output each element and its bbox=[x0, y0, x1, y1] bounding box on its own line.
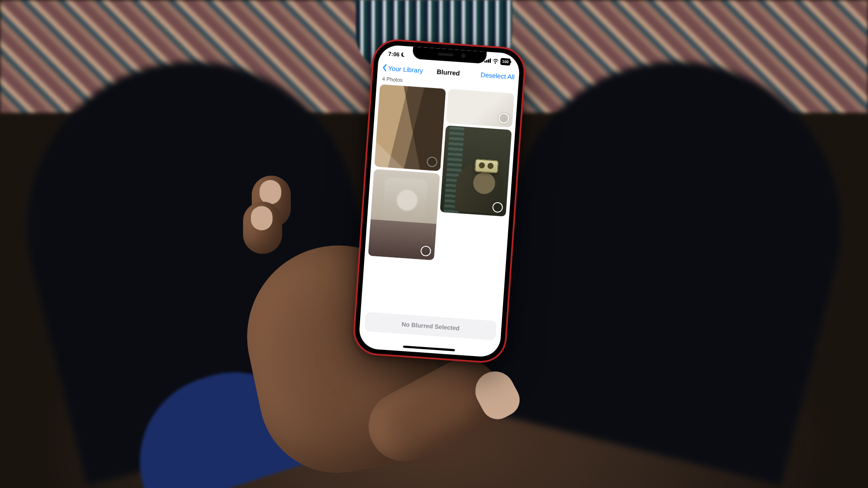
photo-thumbnail-1[interactable] bbox=[374, 84, 446, 171]
selection-circle-icon[interactable] bbox=[498, 113, 510, 124]
photo-thumbnail-3[interactable] bbox=[446, 89, 514, 127]
back-button[interactable]: Your Library bbox=[382, 64, 423, 75]
phone-screen: 7:06 100 Your Library Blurred Deselect A… bbox=[358, 44, 520, 358]
iphone-device: 7:06 100 Your Library Blurred Deselect A… bbox=[352, 38, 527, 364]
back-label: Your Library bbox=[388, 64, 423, 74]
deselect-all-button[interactable]: Deselect All bbox=[480, 71, 515, 80]
photo-count-label: 4 Photos bbox=[382, 76, 403, 83]
photo-grid bbox=[365, 84, 514, 310]
do-not-disturb-icon bbox=[401, 52, 406, 57]
cellular-signal-icon bbox=[484, 58, 491, 63]
selection-circle-icon[interactable] bbox=[427, 156, 438, 167]
no-blurred-selected-button[interactable]: No Blurred Selected bbox=[365, 312, 496, 340]
photo-thumbnail-2[interactable] bbox=[368, 169, 440, 260]
selection-circle-icon[interactable] bbox=[492, 202, 503, 213]
status-time: 7:06 bbox=[388, 50, 400, 58]
chevron-left-icon bbox=[382, 64, 388, 72]
battery-indicator: 100 bbox=[500, 58, 510, 66]
bottom-button-label: No Blurred Selected bbox=[401, 321, 460, 331]
home-indicator[interactable] bbox=[403, 346, 455, 351]
photo-thumbnail-4[interactable] bbox=[440, 125, 512, 216]
wifi-icon bbox=[493, 59, 499, 63]
